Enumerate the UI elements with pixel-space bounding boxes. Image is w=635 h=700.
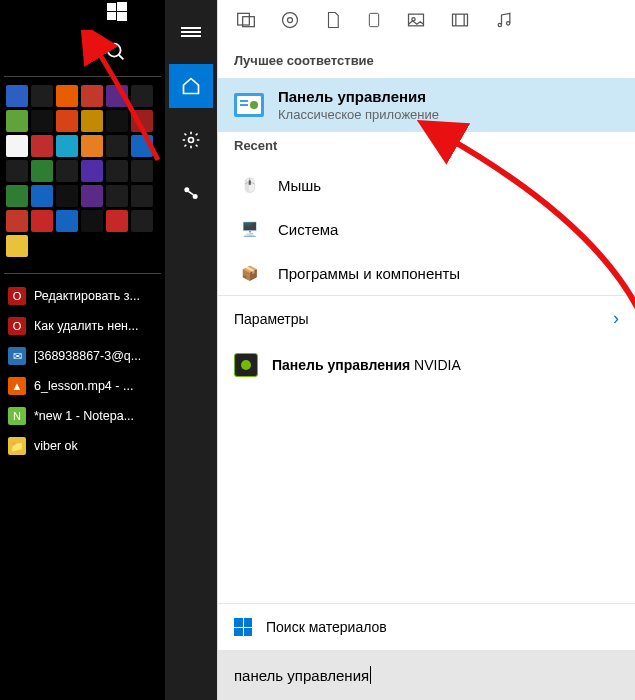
taskbar-tile[interactable] [131,85,153,107]
taskbar-tile[interactable] [81,85,103,107]
taskbar: OРедактировать з...OКак удалить нен...✉[… [0,0,165,700]
filter-row [218,0,635,47]
taskbar-tile[interactable] [131,210,153,232]
nvidia-icon [234,353,258,377]
taskbar-tile[interactable] [131,185,153,207]
taskbar-tile[interactable] [131,110,153,132]
taskbar-tile[interactable] [81,160,103,182]
result-recent-mouse[interactable]: 🖱️ Мышь [218,163,635,207]
window-title: [368938867-3@q... [34,349,141,363]
taskbar-search-icon[interactable] [105,41,127,66]
taskbar-tile[interactable] [131,135,153,157]
store-search-row[interactable]: Поиск материалов [218,603,635,650]
nvidia-bold: Панель управления [272,357,410,373]
svg-rect-16 [453,14,468,26]
taskbar-tile[interactable] [106,135,128,157]
taskbar-tile[interactable] [56,135,78,157]
search-query-text: панель управления [234,667,369,684]
svg-rect-13 [369,13,378,26]
taskbar-tile[interactable] [31,210,53,232]
result-best-match[interactable]: Панель управления Классическое приложени… [218,78,635,132]
filter-music-icon[interactable] [494,10,514,33]
taskbar-window-item[interactable]: OКак удалить нен... [6,314,161,338]
hamburger-icon[interactable] [169,10,213,54]
taskbar-tile[interactable] [6,210,28,232]
taskbar-tile[interactable] [6,110,28,132]
mouse-icon: 🖱️ [234,173,264,197]
taskbar-tile[interactable] [31,160,53,182]
taskbar-tile-grid [4,83,161,263]
taskbar-tile[interactable] [81,110,103,132]
window-title: *new 1 - Notepa... [34,409,134,423]
taskbar-tile[interactable] [6,85,28,107]
taskbar-window-item[interactable]: 📁viber ok [6,434,161,458]
taskbar-tile[interactable] [81,135,103,157]
taskbar-tile[interactable] [31,110,53,132]
control-panel-icon [234,93,264,117]
filter-documents-icon[interactable] [324,10,342,33]
chevron-right-icon: › [613,308,619,329]
filter-web-icon[interactable] [366,10,382,33]
svg-rect-23 [240,100,248,102]
taskbar-tile[interactable] [106,210,128,232]
app-icon: ▲ [8,377,26,395]
taskbar-tile[interactable] [56,185,78,207]
filter-apps-icon[interactable] [236,10,256,33]
parameters-row[interactable]: Параметры › [218,295,635,341]
taskbar-window-item[interactable]: N*new 1 - Notepa... [6,404,161,428]
result-recent-programs[interactable]: 📦 Программы и компоненты [218,251,635,295]
window-title: Редактировать з... [34,289,140,303]
taskbar-tile[interactable] [56,85,78,107]
taskbar-tile[interactable] [131,160,153,182]
programs-icon: 📦 [234,261,264,285]
result-nvidia[interactable]: Панель управления NVIDIA [218,341,635,389]
svg-line-5 [119,55,124,60]
filter-videos-icon[interactable] [450,10,470,33]
taskbar-window-item[interactable]: OРедактировать з... [6,284,161,308]
svg-rect-9 [238,13,250,25]
taskbar-tile[interactable] [106,110,128,132]
nvidia-rest: NVIDIA [410,357,461,373]
taskbar-tile[interactable] [81,210,103,232]
share-icon[interactable] [169,172,213,216]
taskbar-tile[interactable] [31,85,53,107]
search-results-panel: Лучшее соответствие Панель управления Кл… [217,0,635,700]
divider [4,76,161,77]
window-title: Как удалить нен... [34,319,138,333]
app-icon: 📁 [8,437,26,455]
svg-rect-24 [240,104,248,106]
filter-settings-icon[interactable] [280,10,300,33]
taskbar-window-item[interactable]: ✉[368938867-3@q... [6,344,161,368]
svg-point-6 [189,138,194,143]
taskbar-window-item[interactable]: ▲6_lesson.mp4 - ... [6,374,161,398]
taskbar-open-windows: OРедактировать з...OКак удалить нен...✉[… [4,280,161,458]
result-title: Программы и компоненты [278,265,460,282]
taskbar-tile[interactable] [106,160,128,182]
svg-point-11 [288,18,293,23]
store-label: Поиск материалов [266,619,387,635]
best-match-label: Лучшее соответствие [218,47,635,78]
svg-point-4 [108,44,121,57]
result-title: Панель управления [278,88,439,105]
taskbar-tile[interactable] [56,160,78,182]
windows-start-icon[interactable] [107,2,127,27]
home-icon[interactable] [169,64,213,108]
filter-photos-icon[interactable] [406,10,426,33]
taskbar-tile[interactable] [31,135,53,157]
svg-point-19 [498,23,501,26]
taskbar-tile[interactable] [56,110,78,132]
taskbar-tile[interactable] [106,185,128,207]
taskbar-tile[interactable] [6,235,28,257]
svg-rect-2 [107,12,116,20]
svg-rect-0 [107,3,116,11]
taskbar-tile[interactable] [106,85,128,107]
search-input[interactable]: панель управления [218,650,635,700]
result-recent-system[interactable]: 🖥️ Система [218,207,635,251]
taskbar-tile[interactable] [6,160,28,182]
taskbar-tile[interactable] [6,185,28,207]
taskbar-tile[interactable] [81,185,103,207]
taskbar-tile[interactable] [31,185,53,207]
settings-gear-icon[interactable] [169,118,213,162]
taskbar-tile[interactable] [56,210,78,232]
taskbar-tile[interactable] [6,135,28,157]
